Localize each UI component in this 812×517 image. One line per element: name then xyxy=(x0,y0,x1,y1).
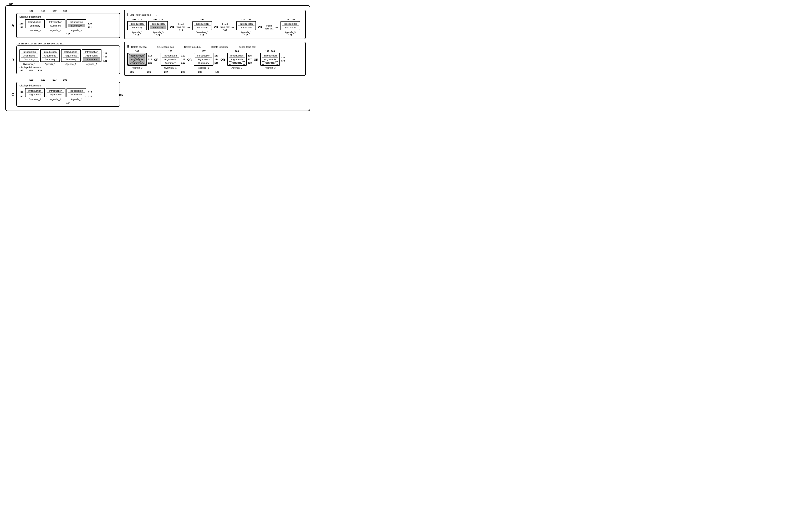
num-113-a: 113 xyxy=(41,10,45,12)
doc-ii-agenda3: Agenda_3 xyxy=(132,66,143,69)
num-110-ii2: 110 xyxy=(181,54,185,58)
num-109-ii1: 109 xyxy=(135,50,139,53)
doc-name-a-overview1: Overview_1 xyxy=(29,29,41,32)
num-103-i3: 103 xyxy=(221,29,230,32)
num-107-ii3: 107 xyxy=(202,50,206,53)
num-120-ii1: 120 xyxy=(148,58,152,61)
num-111-c: 111 xyxy=(20,94,23,98)
topic-b-agenda1: Introduction Arguments Summary Agenda_1 xyxy=(40,49,60,65)
num-115-b: 115 xyxy=(29,69,33,72)
topic-i-agenda1b: Introduction Summary xyxy=(236,21,256,30)
num-110-a: 110 xyxy=(20,22,23,26)
doc-title-b: Displayed document xyxy=(20,66,117,69)
topic-a-agenda3: Introduction Summary Agenda_3 xyxy=(66,19,86,32)
or-2-i: OR xyxy=(214,26,219,29)
num-115-a: 115 xyxy=(66,33,70,35)
doc-i-agenda1b: Agenda_1 xyxy=(241,31,252,34)
num-209: 209 xyxy=(198,71,202,73)
num-112-ii2: 112 xyxy=(181,61,185,65)
topic-i-agenda1: Introduction Summary xyxy=(127,21,147,30)
num-113-i1: 113 xyxy=(138,18,142,21)
topic-ii-agenda1: Introduction Arguments Summary xyxy=(194,53,213,66)
num-119-ii1: 119 xyxy=(148,54,152,58)
num-107-c: 107 xyxy=(53,79,57,81)
num-121-ii1: 121 xyxy=(148,61,152,65)
num-107-i3: 107 xyxy=(248,18,251,21)
num-121-a: 121 xyxy=(88,26,92,29)
num-208: 208 xyxy=(181,71,185,73)
topic-box-b-overview1: Introduction Arguments Summary xyxy=(20,49,39,62)
arrow-down-i: ↓ xyxy=(155,12,157,17)
label-b: B xyxy=(11,58,14,62)
outer-diagram: 101 103 113 107 109 A Displayed document xyxy=(5,5,310,111)
num-115-ii3: 115 xyxy=(214,61,219,65)
num-120-bottom: 120 xyxy=(215,71,219,73)
right-column: I 201 Insert agenda ↓ 107 113 Introducti… xyxy=(124,10,306,107)
topic-box-c-agenda2: Introduction Arguments xyxy=(66,88,86,97)
label-a: A xyxy=(11,23,14,28)
topic-ii-agenda3b: Introduction Arguments Summary xyxy=(260,53,280,66)
label-i: I xyxy=(127,12,128,17)
num-109-a: 109 xyxy=(63,10,67,12)
left-column: 103 113 107 109 A Displayed document 110… xyxy=(10,10,120,107)
section-ii-box: II Delete agenda Delete topic box Delete… xyxy=(124,42,306,76)
num-labels-b-top: 111 110 103 114 113 107 117 116 108 109 … xyxy=(16,42,64,45)
topic-box-b-agenda3: Introduction Arguments Summary xyxy=(82,49,102,62)
num-205: 205 xyxy=(130,71,134,73)
topic-b-agenda2: Introduction Arguments Summary Agenda_2 xyxy=(61,49,81,65)
doc-ii-agenda3b: Agenda_3 xyxy=(265,66,276,69)
topic-box-c-overview1: Introduction Arguments xyxy=(25,88,45,97)
num-109-i4: 109 xyxy=(291,18,295,21)
num-207: 207 xyxy=(164,71,168,73)
doc-name-b-overview1: Overview_1 xyxy=(23,63,36,65)
or-3-ii: OR xyxy=(221,58,225,61)
doc-name-b-agenda2: Agenda_2 xyxy=(65,63,76,65)
label-ii: II xyxy=(127,44,129,48)
num-101-c: 101 xyxy=(119,93,123,96)
num-110-c: 110 xyxy=(20,90,23,94)
section-a-box: A Displayed document 110 112 In xyxy=(16,13,120,38)
doc-i-agenda3b: Agenda_3 xyxy=(285,31,296,34)
num-206: 206 xyxy=(147,71,151,73)
or-4-ii: OR xyxy=(254,58,258,61)
num-107-i1: 107 xyxy=(132,18,136,21)
doc-title-c: Displayed document xyxy=(20,84,117,87)
doc-i-agenda3: Agenda_3 xyxy=(153,31,164,34)
topic-c-overview1: Introduction Arguments Overview_1 xyxy=(25,88,45,101)
title-ii-delete2: Delete topic box xyxy=(184,46,201,48)
num-115-i1: 115 xyxy=(135,34,139,36)
num-119-ii5: 119 xyxy=(265,50,269,53)
num-109-ii5: 109 xyxy=(271,50,275,53)
num-116-c: 116 xyxy=(88,90,92,94)
topic-ii-overview1: Introduction Arguments Summary xyxy=(161,53,180,66)
num-103-c: 103 xyxy=(29,79,33,81)
topic-a-overview1: Introduction Summary Overview_1 xyxy=(25,19,45,32)
num-110-i1: 110 xyxy=(177,29,185,32)
num-114-c: 114 xyxy=(66,101,70,104)
num-114-ii3: 114 xyxy=(214,58,219,61)
num-119-i4: 119 xyxy=(285,18,289,21)
num-103-i2: 103 xyxy=(200,18,204,21)
label-i-title: 201 Insert agenda xyxy=(130,13,151,16)
topic-ii-agenda3-crossed: Introduction Arguments Summary xyxy=(127,53,147,66)
label-c: C xyxy=(11,92,14,96)
doc-name-c-agenda1: Agenda_1 xyxy=(50,98,61,101)
topic-box-a-overview1: Introduction Summary xyxy=(25,19,45,28)
insert-label-2: Insert xyxy=(221,23,230,26)
topic-box-c-agenda1: Introduction Arguments xyxy=(46,88,65,97)
num-119-a: 119 xyxy=(88,22,92,26)
label-101-top: 101 xyxy=(8,3,14,6)
doc-name-c-overview1: Overview_1 xyxy=(29,98,41,101)
num-117-c: 117 xyxy=(88,94,92,98)
num-117-ii4: 117 xyxy=(248,58,252,61)
doc-name-b-agenda3: Agenda_3 xyxy=(86,63,97,65)
num-121-i1: 121 xyxy=(156,34,160,36)
title-ii-delete-agenda: Delete agenda xyxy=(131,46,147,48)
num-120-b: 120 xyxy=(103,55,107,59)
doc-ii-overview1: Overview_1 xyxy=(164,66,177,69)
num-113-i3: 113 xyxy=(241,18,245,21)
section-b-box: B Introduction Arguments Summary Overvie… xyxy=(16,45,120,74)
num-103-ii2: 103 xyxy=(169,50,172,53)
doc-name-a-agenda3: Agenda_3 xyxy=(71,29,82,32)
topic-c-agenda1: Introduction Arguments Agenda_1 xyxy=(46,88,65,101)
